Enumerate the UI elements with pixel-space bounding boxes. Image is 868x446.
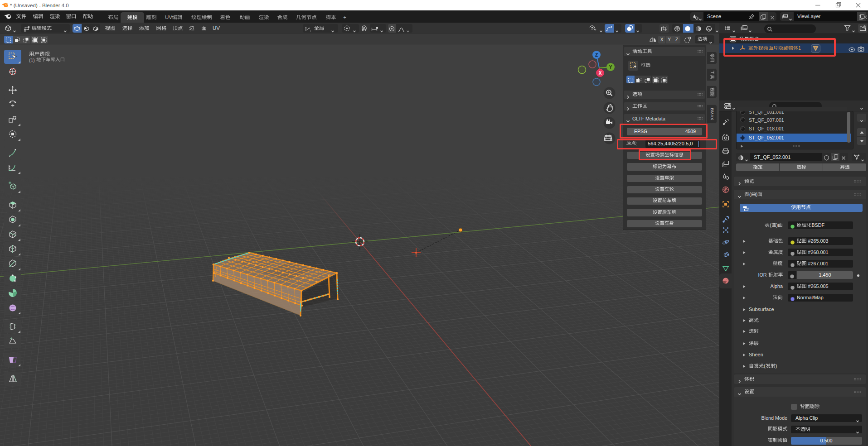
svg-text:Z: Z xyxy=(595,53,598,58)
svg-text:X: X xyxy=(599,71,602,76)
svg-text:Y: Y xyxy=(609,65,612,70)
